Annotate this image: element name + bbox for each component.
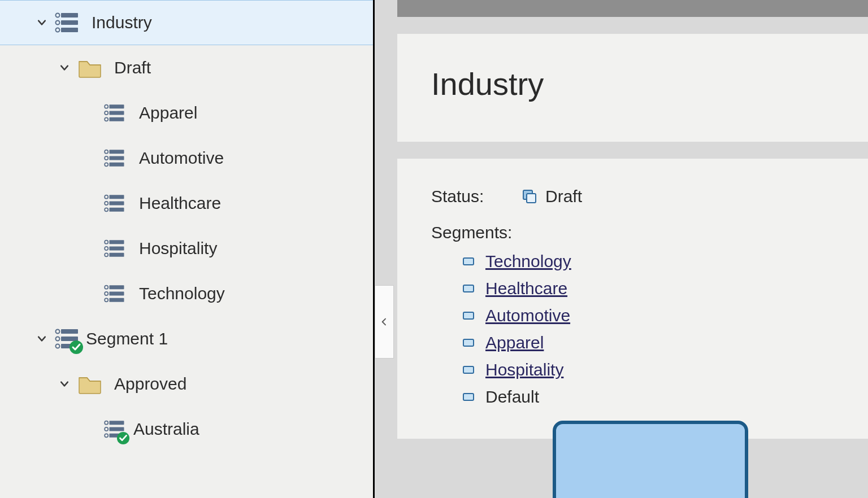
segment-bullet-icon <box>462 255 475 268</box>
tree-node-industry[interactable]: Industry <box>0 0 373 45</box>
segment-list-item: Apparel <box>462 329 834 356</box>
tree-node-draft-folder[interactable]: Draft <box>0 45 373 90</box>
segments-label: Segments: <box>431 223 834 242</box>
chevron-down-icon[interactable] <box>34 17 50 28</box>
segment-list-item: Hospitality <box>462 356 834 383</box>
top-bar <box>397 0 868 17</box>
segments-list: Technology Healthcare Automotive Apparel <box>431 248 834 410</box>
tree-node-item[interactable]: Apparel <box>0 90 373 136</box>
tree-node-segment1[interactable]: Segment 1 <box>0 316 373 361</box>
segment-icon <box>102 416 128 442</box>
tree-node-item[interactable]: Automotive <box>0 136 373 181</box>
folder-icon <box>77 371 103 397</box>
segment-icon <box>102 190 128 216</box>
segment-link[interactable]: Technology <box>485 252 571 271</box>
segment-list-item: Automotive <box>462 302 834 329</box>
tree-node-item[interactable]: Healthcare <box>0 181 373 226</box>
collapse-sidebar-button[interactable] <box>375 285 394 359</box>
segment-link[interactable]: Healthcare <box>485 279 567 298</box>
segment-icon <box>102 235 128 261</box>
floating-callout-box <box>553 421 748 498</box>
tree-label: Australia <box>133 420 199 439</box>
tree-label: Industry <box>92 13 152 32</box>
segment-bullet-icon <box>462 363 475 377</box>
status-icon <box>522 189 537 204</box>
segment-bullet-icon <box>462 309 475 322</box>
segment-bullet-icon <box>462 336 475 350</box>
check-badge-icon <box>69 339 84 354</box>
tree-panel: Industry Draft Apparel Automotive Health… <box>0 0 375 498</box>
segment-bullet-icon <box>462 282 475 295</box>
tree-node-item[interactable]: Australia <box>0 407 373 452</box>
tree-node-item[interactable]: Technology <box>0 271 373 316</box>
chevron-down-icon[interactable] <box>57 62 72 73</box>
tree-label: Approved <box>114 374 186 394</box>
tree-node-approved-folder[interactable]: Approved <box>0 361 373 407</box>
page-title: Industry <box>431 65 834 102</box>
segment-icon <box>102 281 128 307</box>
segment-link[interactable]: Hospitality <box>485 360 563 379</box>
tree-label: Draft <box>114 58 151 77</box>
tree-label: Automotive <box>139 148 224 168</box>
segment-icon <box>54 326 80 352</box>
splitter <box>375 0 397 498</box>
segment-icon <box>102 100 128 126</box>
segment-list-item: Healthcare <box>462 275 834 302</box>
folder-icon <box>77 55 103 81</box>
segment-icon <box>102 145 128 171</box>
segment-bullet-icon <box>462 390 475 404</box>
tree-label: Segment 1 <box>86 329 168 348</box>
status-label: Status: <box>431 187 522 206</box>
chevron-down-icon[interactable] <box>57 378 72 390</box>
segment-default: Default <box>485 387 539 407</box>
segment-icon <box>54 10 80 36</box>
segment-list-item: Technology <box>462 248 834 275</box>
check-badge-icon <box>116 430 131 444</box>
detail-card: Status: Draft Segments: Technology Healt… <box>397 159 868 439</box>
segment-link[interactable]: Apparel <box>485 333 544 352</box>
status-row: Status: Draft <box>431 187 834 206</box>
tree-label: Apparel <box>139 103 197 123</box>
segment-list-item: Default <box>462 383 834 410</box>
status-value: Draft <box>545 187 582 206</box>
chevron-down-icon[interactable] <box>34 333 50 344</box>
header-card: Industry <box>397 34 868 142</box>
segment-link[interactable]: Automotive <box>485 306 570 325</box>
tree-label: Healthcare <box>139 194 221 213</box>
tree-node-item[interactable]: Hospitality <box>0 226 373 271</box>
tree-label: Hospitality <box>139 239 217 258</box>
tree-label: Technology <box>139 284 225 303</box>
